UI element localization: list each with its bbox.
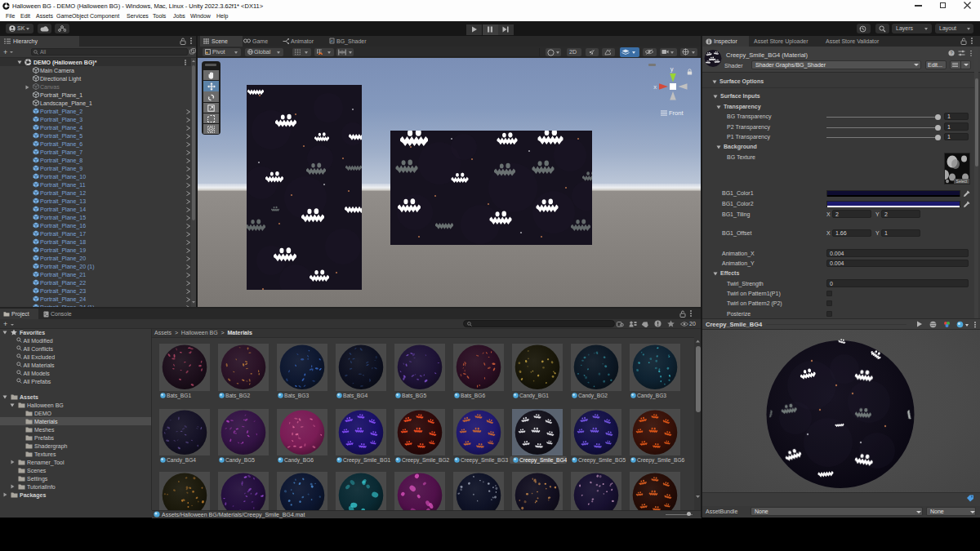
svg-text:Select: Select xyxy=(956,179,969,184)
svg-text:x: x xyxy=(653,83,657,91)
svg-text:?: ? xyxy=(950,51,952,56)
svg-text:y: y xyxy=(670,65,674,73)
